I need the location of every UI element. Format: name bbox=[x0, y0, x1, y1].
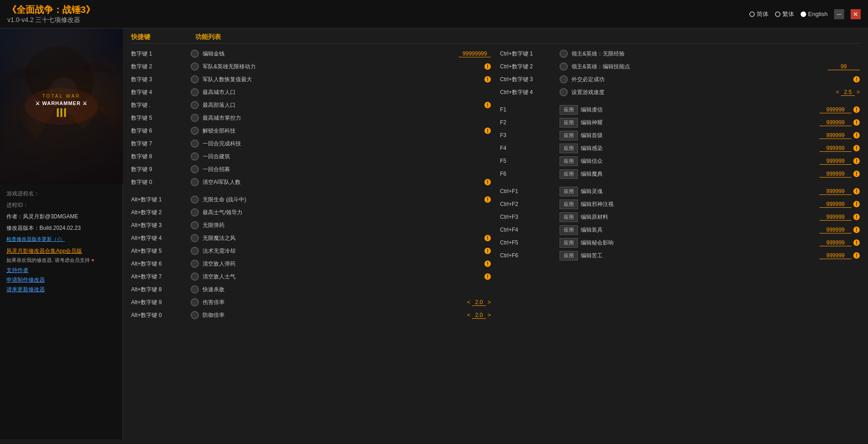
speed-inc-btn[interactable]: > bbox=[857, 89, 860, 95]
hk-warning-alt6: ! bbox=[484, 261, 491, 267]
hk-label-alt7: 清空敌人士气 bbox=[203, 273, 483, 281]
check-update-link[interactable]: 检查修改器版本更新（√） bbox=[6, 236, 65, 242]
hk-input-ctrlf4[interactable] bbox=[819, 227, 852, 233]
apply-btn-ctrlf3[interactable]: 应用 bbox=[560, 212, 578, 222]
defense-dec-btn[interactable]: < bbox=[467, 312, 470, 318]
apply-btn-f6[interactable]: 应用 bbox=[560, 169, 578, 179]
hk-toggle-alt0[interactable] bbox=[191, 311, 199, 319]
hk-label-alt9: 伤害倍率 bbox=[203, 299, 467, 306]
support-author-link[interactable]: 支持作者 bbox=[6, 266, 116, 274]
hk-input-money[interactable] bbox=[459, 50, 491, 57]
damage-inc-btn[interactable]: > bbox=[488, 299, 491, 305]
hk-toggle-4[interactable] bbox=[191, 88, 199, 96]
hk-input-f1[interactable] bbox=[819, 106, 852, 113]
speed-dec-btn[interactable]: < bbox=[836, 89, 839, 95]
close-button[interactable]: ✕ bbox=[851, 9, 861, 19]
request-trainer-link[interactable]: 申请制作修改器 bbox=[6, 276, 116, 284]
process-id-row: 进程ID： bbox=[6, 201, 116, 209]
version-label: 修改器版本：Build.2024.02.23 bbox=[6, 225, 81, 231]
apply-btn-ctrlf4[interactable]: 应用 bbox=[560, 225, 578, 235]
game-speed-control: < 2.5 > bbox=[836, 89, 860, 96]
apply-btn-f3[interactable]: 应用 bbox=[560, 131, 578, 140]
author-label: 作者：风灵月影@3DMGAME bbox=[6, 213, 78, 220]
hk-input-f2[interactable] bbox=[819, 119, 852, 126]
hk-warning-alt5: ! bbox=[484, 248, 491, 254]
apply-btn-f4[interactable]: 应用 bbox=[560, 144, 578, 153]
lang-english[interactable]: English bbox=[801, 11, 828, 17]
hk-toggle-ctrl3[interactable] bbox=[560, 75, 568, 83]
hk-key-alt3: Alt+数字键 3 bbox=[131, 222, 191, 229]
hk-key-alt7: Alt+数字键 7 bbox=[131, 273, 191, 281]
minimize-button[interactable]: ─ bbox=[834, 9, 844, 19]
hk-input-f5[interactable] bbox=[819, 158, 852, 165]
hk-label-alt4: 无限魔法之风 bbox=[203, 234, 483, 242]
game-logo: TOTAL WAR ⚔ WARHAMMER ⚔ III bbox=[35, 94, 88, 119]
hk-key-ctrlf4: Ctrl+F4 bbox=[500, 227, 560, 233]
hk-key-7: 数字键 7 bbox=[131, 140, 191, 148]
apply-btn-ctrlf5[interactable]: 应用 bbox=[560, 238, 578, 248]
hk-row-alt6: Alt+数字键 6 清空敌人弹药 ! bbox=[131, 257, 491, 270]
hk-toggle-1[interactable] bbox=[191, 50, 199, 58]
hk-key-4: 数字键 4 bbox=[131, 89, 191, 96]
hk-row-ctrlf5: Ctrl+F5 应用 编辑秘会影响 ! bbox=[500, 236, 860, 249]
hk-input-ctrlf2[interactable] bbox=[819, 201, 852, 208]
hk-toggle-alt2[interactable] bbox=[191, 208, 199, 216]
hk-input-f3[interactable] bbox=[819, 132, 852, 139]
hk-input-ctrlf5[interactable] bbox=[819, 239, 852, 246]
hk-toggle-alt4[interactable] bbox=[191, 234, 199, 242]
hk-toggle-alt1[interactable] bbox=[191, 195, 199, 204]
hk-key-ctrlf1: Ctrl+F1 bbox=[500, 188, 560, 194]
damage-dec-btn[interactable]: < bbox=[467, 299, 470, 305]
hk-toggle-ctrl4[interactable] bbox=[560, 88, 568, 96]
hk-input-ctrlf3[interactable] bbox=[819, 214, 852, 221]
lang-traditional[interactable]: 繁体 bbox=[775, 10, 794, 18]
hk-key-dot: 数字键 . bbox=[131, 101, 191, 109]
hk-toggle-7[interactable] bbox=[191, 139, 199, 148]
hk-label-8: 一回合建筑 bbox=[203, 153, 491, 161]
app-link[interactable]: 风灵月影修改器合集App会员版 bbox=[6, 247, 116, 255]
title-block: 《全面战争：战锤3》 v1.0-v4.2 三十七项修改器 bbox=[7, 4, 95, 24]
check-update-row[interactable]: 检查修改器版本更新（√） bbox=[6, 236, 116, 243]
apply-btn-ctrlf6[interactable]: 应用 bbox=[560, 251, 578, 261]
hk-toggle-6[interactable] bbox=[191, 127, 199, 135]
main-layout: TOTAL WAR ⚔ WARHAMMER ⚔ III 游戏进程名： 进程ID：… bbox=[0, 28, 868, 439]
hk-toggle-dot[interactable] bbox=[191, 101, 199, 109]
hk-input-f6[interactable] bbox=[819, 171, 852, 178]
hk-toggle-8[interactable] bbox=[191, 152, 199, 161]
hk-row-ctrl1: Ctrl+数字键 1 领主&英雄：无限经验 bbox=[500, 47, 860, 60]
hk-warning-f4: ! bbox=[853, 145, 860, 151]
hk-toggle-alt3[interactable] bbox=[191, 221, 199, 229]
hk-input-ctrlf1[interactable] bbox=[819, 188, 852, 195]
hk-toggle-alt6[interactable] bbox=[191, 260, 199, 268]
hk-toggle-5[interactable] bbox=[191, 114, 199, 122]
apply-btn-f5[interactable]: 应用 bbox=[560, 156, 578, 166]
apply-btn-f1[interactable]: 应用 bbox=[560, 105, 578, 115]
hk-key-8: 数字键 8 bbox=[131, 153, 191, 161]
hk-toggle-9[interactable] bbox=[191, 165, 199, 173]
hk-toggle-alt8[interactable] bbox=[191, 285, 199, 294]
top-bar: 《全面战争：战锤3》 v1.0-v4.2 三十七项修改器 简体 繁体 Engli… bbox=[0, 0, 868, 28]
hk-warning-ctrlf4: ! bbox=[853, 227, 860, 233]
apply-btn-ctrlf2[interactable]: 应用 bbox=[560, 200, 578, 209]
update-trainer-link[interactable]: 请来更新修改器 bbox=[6, 286, 116, 294]
hk-toggle-alt5[interactable] bbox=[191, 247, 199, 255]
lang-simplified[interactable]: 简体 bbox=[749, 10, 769, 18]
hk-toggle-0[interactable] bbox=[191, 178, 199, 186]
hk-input-f4[interactable] bbox=[819, 145, 852, 152]
hk-toggle-ctrl2[interactable] bbox=[560, 62, 568, 71]
hk-input-skill[interactable] bbox=[828, 63, 860, 70]
hk-toggle-alt9[interactable] bbox=[191, 298, 199, 306]
apply-btn-f2[interactable]: 应用 bbox=[560, 118, 578, 128]
hk-toggle-alt7[interactable] bbox=[191, 272, 199, 281]
defense-inc-btn[interactable]: > bbox=[488, 312, 491, 318]
hk-key-6: 数字键 6 bbox=[131, 127, 191, 135]
hk-label-ctrl3: 外交必定成功 bbox=[571, 76, 852, 83]
hk-input-ctrlf6[interactable] bbox=[819, 252, 852, 259]
hk-toggle-3[interactable] bbox=[191, 75, 199, 83]
hk-toggle-2[interactable] bbox=[191, 62, 199, 71]
apply-btn-ctrlf1[interactable]: 应用 bbox=[560, 187, 578, 196]
hk-toggle-ctrl1[interactable] bbox=[560, 50, 568, 58]
hk-label-f2: 编辑神耀 bbox=[581, 119, 818, 127]
hk-key-alt9: Alt+数字键 9 bbox=[131, 299, 191, 306]
hk-row-ctrl3: Ctrl+数字键 3 外交必定成功 ! bbox=[500, 73, 860, 86]
